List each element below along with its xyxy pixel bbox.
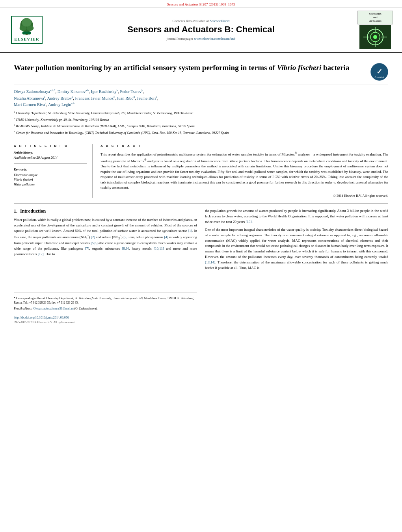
sciencedirect-link[interactable]: ScienceDirect [210,19,229,23]
keyword-1: Electronic tongue [14,173,87,177]
journal-name: Sensors and Actuators B: Chemical [54,24,348,35]
article-info-abstract-section: A R T I C L E I N F O Article history: A… [14,140,388,198]
homepage-link[interactable]: www.elsevier.com/locate/snb [194,37,235,41]
elsevier-tree-icon [16,18,37,36]
svg-text:CrossMark: CrossMark [374,76,384,78]
intro-right-text-2: One of the most important integral chara… [205,227,388,271]
body-right-column: the population growth the amount of wast… [205,208,388,324]
journal-title-center: Contents lists available at ScienceDirec… [47,19,355,40]
email-note: E-mail address: Olesya.zadorozhnaya.91@m… [14,306,197,311]
elsevier-name: ELSEVIER [14,37,39,41]
crossmark-badge-icon: ✓ CrossMark [370,63,388,81]
sensors-logo-image [359,25,391,49]
divider-1 [14,163,87,164]
main-body: 1. Introduction Water pollution, which i… [14,203,388,324]
keywords-label: Keywords: [14,168,87,171]
body-two-col: 1. Introduction Water pollution, which i… [14,208,388,324]
intro-right-text: the population growth the amount of wast… [205,208,388,225]
journal-homepage: journal homepage: www.elsevier.com/locat… [54,37,348,41]
abstract-column: A B S T R A C T This report describes th… [100,144,388,198]
corresponding-author-note: * Corresponding author at: Chemistry Dep… [14,296,197,305]
affiliations: a Chemistry Department, St. Petersburg S… [14,110,388,135]
article-info-label: A R T I C L E I N F O [14,144,87,148]
issn-line: 0925-4005/© 2014 Elsevier B.V. All right… [14,321,197,324]
elsevier-logo-box: ELSEVIER [11,16,43,44]
sensors-actuators-logo: SENSORS and AcTuators [355,11,395,49]
article-info-column: A R T I C L E I N F O Article history: A… [14,144,93,198]
article-title: Water pollution monitoring by an artific… [14,63,370,73]
body-left-column: 1. Introduction Water pollution, which i… [14,208,197,324]
page: Sensors and Actuators B 207 (2015) 1069–… [0,0,402,532]
authors-line: Olesya Zadorozhnayaa,b,*, Dmitry Kirsano… [14,88,388,108]
svg-rect-6 [22,32,31,34]
abstract-label: A B S T R A C T [100,144,388,148]
keyword-3: Water pollution [14,182,87,186]
article-title-section: Water pollution monitoring by an artific… [14,57,388,85]
journal-header: ELSEVIER Contents lists available at Sci… [0,7,402,53]
keyword-2: Vibrio fischeri [14,178,87,182]
article-history: Article history: Available online 29 Aug… [14,151,87,159]
email-link[interactable]: Olesya.zadorozhnaya.91@mail.ru [34,307,74,310]
elsevier-logo: ELSEVIER [7,16,47,44]
intro-left-text: Water pollution, which is really a globa… [14,217,197,257]
available-online-date: Available online 29 August 2014 [14,156,87,159]
article-content: Water pollution monitoring by an artific… [0,53,402,328]
abstract-copyright: © 2014 Elsevier B.V. All rights reserved… [100,194,388,198]
svg-text:✓: ✓ [376,68,382,76]
history-title: Article history: [14,151,87,154]
sensors-cover-icon [359,25,391,49]
introduction-heading: 1. Introduction [14,208,197,214]
svg-point-10 [373,35,377,39]
article-footer: * Corresponding author at: Chemistry Dep… [14,293,197,324]
keywords-section: Keywords: Electronic tongue Vibrio fisch… [14,168,87,186]
abstract-text: This report describes the application of… [100,151,388,191]
journal-reference: Sensors and Actuators B 207 (2015) 1069–… [0,0,402,7]
contents-available-line: Contents lists available at ScienceDirec… [54,19,348,23]
doi-link[interactable]: http://dx.doi.org/10.1016/j.snb.2014.08.… [14,316,69,319]
svg-point-5 [22,18,32,27]
sensors-logo-text: SENSORS and AcTuators [357,11,393,24]
